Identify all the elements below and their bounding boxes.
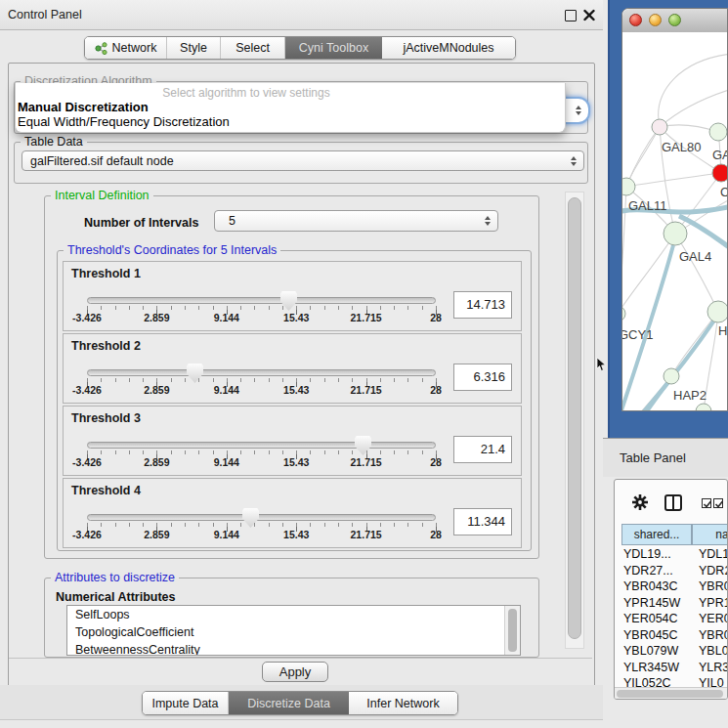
- list-scrollbar-thumb[interactable]: [508, 609, 517, 652]
- bottom-divider: [0, 719, 603, 720]
- app-root: Control Panel NetworkStyleSelectCyni Too…: [0, 0, 728, 728]
- threshold-slider-track[interactable]: [87, 369, 436, 376]
- network-edge: [622, 187, 626, 314]
- cell-shared-name: YBR045C: [623, 628, 678, 642]
- network-node-gal80[interactable]: [652, 119, 667, 135]
- network-node-gal11[interactable]: [622, 178, 635, 195]
- group-title: Threshold's Coordinates for 5 Intervals: [64, 243, 280, 257]
- gear-icon[interactable]: [631, 493, 649, 515]
- network-node-ga[interactable]: [709, 123, 727, 141]
- panel-title: Control Panel: [8, 8, 82, 21]
- column-layout-icon[interactable]: [664, 494, 682, 511]
- close-traffic-light[interactable]: [629, 14, 642, 26]
- list-scrollbar[interactable]: [504, 606, 520, 655]
- table-row[interactable]: YPR145WYPR1: [615, 596, 728, 613]
- node-label: HAP2: [673, 388, 707, 403]
- cyni-mode-tabs: Impute DataDiscretize DataInfer Network: [142, 691, 458, 715]
- close-icon[interactable]: [583, 8, 595, 21]
- zoom-traffic-light[interactable]: [668, 14, 681, 26]
- tab-discretize-data[interactable]: Discretize Data: [229, 692, 349, 714]
- threshold-value-field[interactable]: 11.344: [453, 508, 512, 535]
- tab-label: Network: [112, 41, 157, 55]
- cell-name: YLR3: [699, 661, 728, 674]
- panel-scrollbar-thumb[interactable]: [568, 197, 581, 639]
- checkbox-icon[interactable]: [713, 498, 723, 508]
- column-header-name[interactable]: na: [692, 524, 728, 545]
- attribute-item[interactable]: BetweennessCentrality: [67, 641, 520, 656]
- tick-label: 9.144: [214, 312, 239, 323]
- threshold-value-field[interactable]: 14.713: [453, 291, 512, 319]
- table-hscrollbar[interactable]: [615, 687, 727, 700]
- network-node-hap2[interactable]: [664, 368, 679, 384]
- chevron-updown-icon: [576, 106, 581, 115]
- node-label: C: [720, 185, 727, 199]
- numerical-attributes-label: Numerical Attributes: [56, 590, 175, 604]
- node-label: GAL80: [662, 140, 701, 154]
- threshold-slider-track[interactable]: [87, 442, 436, 449]
- tab-select[interactable]: Select: [221, 37, 285, 59]
- network-canvas[interactable]: GAL80GACGAL11GAL4GCY1HHAP2: [622, 32, 727, 410]
- group-title: Interval Definition: [51, 189, 153, 202]
- tab-style[interactable]: Style: [167, 37, 221, 59]
- table-row[interactable]: YBR043CYBR0: [615, 579, 728, 596]
- menu-item-equal-width-frequency[interactable]: Equal Width/Frequency Discretization: [18, 114, 230, 129]
- tick-label: 28: [430, 529, 442, 540]
- cell-name: YPR1: [699, 596, 728, 610]
- cell-name: YBR0: [699, 579, 728, 593]
- attribute-item[interactable]: TopologicalCoefficient: [67, 623, 520, 641]
- threshold-panel-3: Threshold 3-3.4262.8599.14415.4321.71528…: [63, 406, 522, 476]
- tab-network[interactable]: Network: [85, 37, 167, 59]
- column-header-shared[interactable]: shared...: [621, 524, 692, 545]
- node-label: GCY1: [622, 327, 653, 342]
- table-hscrollbar-thumb[interactable]: [617, 690, 723, 698]
- checkbox-icon[interactable]: [702, 498, 711, 508]
- apply-button[interactable]: Apply: [262, 662, 328, 682]
- tab-cyni-toolbox[interactable]: Cyni Toolbox: [285, 37, 382, 59]
- network-node[interactable]: [696, 404, 711, 410]
- table-row[interactable]: YDL19...YDL1: [615, 547, 728, 564]
- tab-label: Impute Data: [151, 697, 218, 710]
- table-row[interactable]: YBL079WYBL0: [615, 644, 728, 661]
- tab-label: Infer Network: [366, 697, 439, 710]
- network-edge: [622, 234, 675, 314]
- threshold-slider-track[interactable]: [87, 297, 436, 304]
- tick-label: 15.43: [283, 529, 309, 540]
- network-node-gcy1[interactable]: [622, 306, 625, 321]
- table-row[interactable]: YDR27...YDR2: [615, 564, 728, 580]
- cell-shared-name: YDL19...: [623, 547, 671, 561]
- node-label: GA: [712, 148, 727, 162]
- number-of-intervals-select[interactable]: 5: [214, 210, 498, 232]
- network-edge: [626, 127, 660, 187]
- mouse-cursor: [596, 358, 607, 376]
- network-window-titlebar[interactable]: [622, 9, 727, 33]
- table-row[interactable]: YER054CYER0: [615, 612, 728, 628]
- threshold-value-field[interactable]: 21.4: [453, 436, 512, 463]
- table-row[interactable]: YBR045CYBR0: [615, 628, 728, 645]
- tick-label: 28: [430, 456, 442, 468]
- threshold-value-field[interactable]: 6.316: [453, 364, 512, 391]
- table-row[interactable]: YIL052CYIL0: [615, 676, 728, 687]
- network-node-c[interactable]: [712, 164, 727, 182]
- attribute-item[interactable]: SelfLoops: [67, 606, 520, 623]
- threshold-label: Threshold 3: [71, 411, 141, 425]
- threshold-slider-track[interactable]: [87, 514, 436, 521]
- tab-jactivemnodules[interactable]: jActiveMNodules: [382, 37, 515, 59]
- menu-item-manual-discretization[interactable]: Manual Discretization: [18, 100, 149, 114]
- tab-label: jActiveMNodules: [403, 41, 493, 55]
- chevron-updown-icon: [571, 156, 577, 166]
- table-data-selected-value: galFiltered.sif default node: [30, 154, 174, 168]
- group-title: Attributes to discretize: [51, 571, 179, 584]
- table-data-select[interactable]: galFiltered.sif default node: [21, 150, 584, 171]
- node-label: GAL11: [628, 198, 667, 213]
- network-node-gal4[interactable]: [664, 222, 687, 245]
- threshold-panel-4: Threshold 4-3.4262.8599.14415.4321.71528…: [63, 478, 522, 548]
- minimize-traffic-light[interactable]: [649, 14, 662, 26]
- table-row[interactable]: YLR345WYLR3: [615, 661, 728, 677]
- attributes-list[interactable]: SelfLoopsTopologicalCoefficientBetweenne…: [66, 605, 521, 656]
- network-icon: [95, 42, 107, 55]
- network-node-h[interactable]: [707, 301, 727, 322]
- threshold-label: Threshold 2: [71, 339, 141, 353]
- float-window-icon[interactable]: [565, 10, 577, 21]
- tab-impute-data[interactable]: Impute Data: [143, 692, 229, 714]
- tab-infer-network[interactable]: Infer Network: [349, 692, 457, 714]
